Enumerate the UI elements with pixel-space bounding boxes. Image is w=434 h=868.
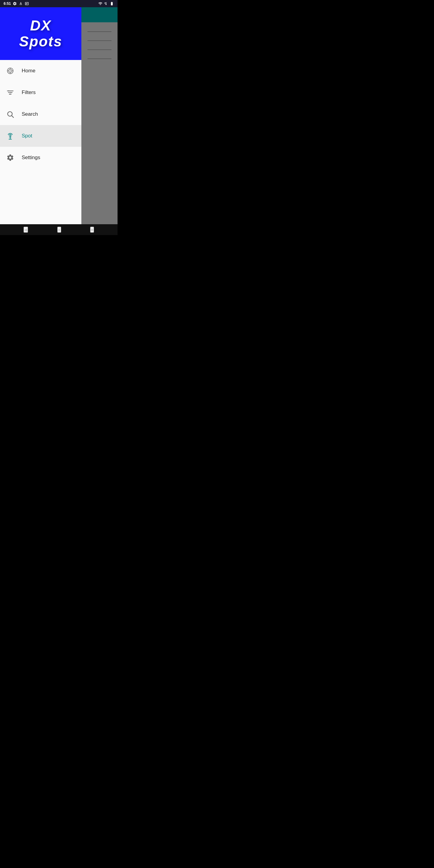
overlay-line-4 (87, 59, 112, 59)
nav-item-settings[interactable]: Settings (0, 147, 82, 168)
settings-icon (6, 153, 14, 162)
status-time: 6:51 (4, 1, 11, 6)
text-a-status-icon (19, 1, 23, 6)
svg-point-4 (10, 70, 10, 71)
recents-button[interactable]: ■ (90, 227, 94, 233)
app-logo: DX Spots (19, 18, 62, 50)
svg-rect-1 (26, 4, 27, 4)
svg-rect-0 (26, 3, 28, 4)
signal-icon (104, 1, 108, 6)
wifi-icon (98, 1, 102, 6)
settings-label: Settings (22, 155, 40, 161)
svg-point-12 (8, 90, 9, 91)
settings-status-icon (13, 1, 17, 6)
nav-menu: Home Filters (0, 60, 82, 224)
home-label: Home (22, 68, 35, 74)
drawer-header: DX Spots (0, 7, 82, 60)
search-icon (6, 110, 14, 119)
filters-icon (6, 88, 14, 97)
status-left: 6:51 (4, 1, 29, 6)
card-status-icon (25, 1, 29, 6)
spot-label: Spot (22, 133, 32, 139)
svg-point-13 (10, 92, 11, 93)
status-right (98, 1, 114, 6)
filters-label: Filters (22, 90, 36, 96)
overlay-lines (82, 22, 118, 68)
nav-item-spot[interactable]: Spot (0, 125, 82, 147)
battery-icon (110, 1, 114, 6)
status-bar: 6:51 (0, 0, 118, 7)
svg-point-14 (9, 94, 10, 95)
nav-item-filters[interactable]: Filters (0, 82, 82, 103)
logo-line2: Spots (19, 33, 62, 50)
overlay-line-2 (87, 40, 112, 41)
tower-icon (6, 132, 14, 140)
target-icon (6, 67, 14, 75)
overlay-panel[interactable] (82, 7, 118, 224)
nav-item-home[interactable]: Home (0, 60, 82, 82)
logo-line1: DX (30, 18, 52, 33)
home-button[interactable]: ● (57, 227, 61, 233)
overlay-top-bar (82, 7, 118, 22)
app-container: DX Spots Home (0, 7, 118, 224)
svg-line-16 (12, 116, 13, 118)
search-label: Search (22, 111, 38, 117)
overlay-line-1 (87, 31, 112, 32)
back-button[interactable]: ◀ (24, 227, 28, 233)
overlay-line-3 (87, 50, 112, 50)
nav-item-search[interactable]: Search (0, 103, 82, 125)
navigation-drawer: DX Spots Home (0, 7, 82, 224)
bottom-nav-bar: ◀ ● ■ (0, 224, 118, 235)
